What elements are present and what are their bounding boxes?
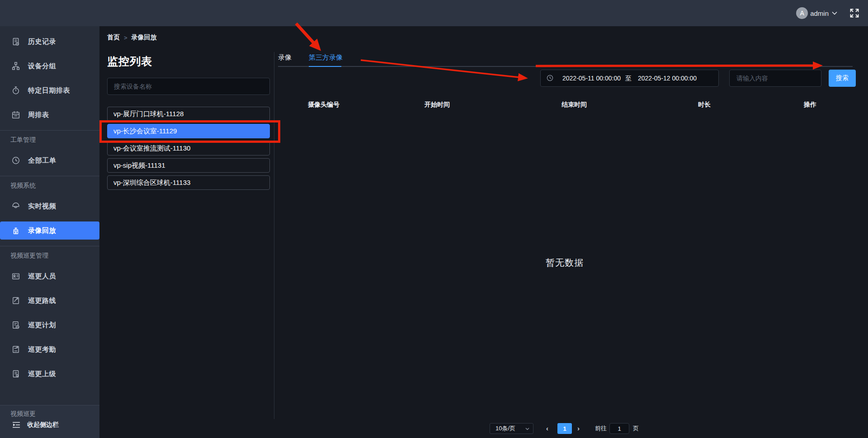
week-schedule-icon: [11, 111, 20, 119]
device-item[interactable]: vp-深圳综合区球机-11133: [107, 175, 270, 190]
tab-track: [278, 66, 853, 67]
fullscreen-icon[interactable]: [849, 8, 860, 19]
device-item[interactable]: vp-展厅门口球机-11128: [107, 107, 270, 121]
column-end-time: 结束时间: [561, 101, 587, 109]
patrol-plan-icon: [11, 321, 20, 330]
sidebar-item-device-group[interactable]: 设备分组: [0, 57, 99, 75]
page-unit-label: 页: [633, 424, 639, 433]
live-video-icon: [11, 202, 20, 211]
device-group-icon: [11, 62, 20, 71]
sidebar-divider: [0, 176, 99, 176]
sidebar-item-label: 设备分组: [28, 62, 56, 71]
device-item-selected[interactable]: vp-长沙会议室-11129: [107, 124, 270, 138]
username: admin: [810, 9, 829, 17]
chevron-down-icon: [525, 428, 529, 430]
avatar: A: [796, 7, 808, 19]
main-content: 首页 > 录像回放 监控列表 vp-展厅门口球机-11128 vp-长沙会议室-…: [99, 26, 868, 438]
sidebar-item-patrol-route[interactable]: 巡更路线: [0, 292, 99, 310]
panel-divider: [274, 52, 274, 419]
sidebar: 历史记录 设备分组 特定日期排表 周排表 工单管理: [0, 26, 99, 438]
sidebar-item-label: 巡更路线: [28, 297, 56, 305]
sidebar-item-patrol-person[interactable]: 巡更人员: [0, 267, 99, 285]
chevron-down-icon: [832, 11, 837, 15]
sidebar-item-label: 实时视频: [28, 202, 56, 211]
sidebar-section-video-patrol-mgmt: 视频巡更管理: [0, 251, 99, 260]
goto-page-input[interactable]: [609, 423, 629, 434]
sidebar-item-label: 巡更计划: [28, 321, 56, 330]
sidebar-item-label: 巡更人员: [28, 272, 56, 281]
goto-label: 前往: [595, 424, 607, 433]
sidebar-divider: [0, 130, 99, 131]
device-item[interactable]: vp-sip视频-11131: [107, 158, 270, 173]
sidebar-item-patrol-attendance[interactable]: 巡更考勤: [0, 340, 99, 358]
clock-icon: [547, 75, 553, 81]
date-start-value: 2022-05-11 00:00:00: [562, 70, 621, 86]
page-size-select[interactable]: 10条/页: [490, 423, 533, 434]
sidebar-item-live-video[interactable]: 实时视频: [0, 197, 99, 215]
user-menu[interactable]: A admin: [796, 0, 837, 26]
breadcrumb: 首页 > 录像回放: [107, 33, 157, 42]
patrol-attendance-icon: [11, 345, 20, 354]
page-number-current[interactable]: 1: [557, 423, 572, 434]
collapse-sidebar-button[interactable]: 收起侧边栏: [0, 418, 99, 432]
sidebar-item-patrol-plan[interactable]: 巡更计划: [0, 316, 99, 334]
column-camera-id: 摄像头编号: [308, 101, 340, 109]
date-schedule-icon: [11, 86, 20, 95]
collapse-sidebar-icon: [12, 421, 21, 429]
sidebar-divider: [0, 246, 99, 246]
all-orders-icon: [11, 156, 20, 165]
page-size-value: 10条/页: [495, 424, 515, 433]
sidebar-item-label: 录像回放: [28, 226, 56, 235]
sidebar-item-date-schedule[interactable]: 特定日期排表: [0, 81, 99, 99]
sidebar-section-work-order: 工单管理: [0, 135, 99, 144]
sidebar-item-all-orders[interactable]: 全部工单: [0, 151, 99, 170]
monitor-list-title: 监控列表: [107, 54, 152, 69]
history-icon: [11, 38, 20, 46]
tab-active-underline: [309, 66, 341, 67]
sidebar-footer: 视频巡更 收起侧边栏: [0, 405, 99, 438]
tab-record[interactable]: 录像: [278, 53, 292, 62]
tab-third-party-record[interactable]: 第三方录像: [309, 53, 343, 62]
column-start-time: 开始时间: [425, 101, 450, 109]
patrol-route-icon: [11, 297, 20, 305]
date-range-picker[interactable]: 2022-05-11 00:00:00 至 2022-05-12 00:00:0…: [540, 70, 719, 87]
topbar: A admin: [0, 0, 868, 26]
sidebar-item-label: 历史记录: [28, 38, 56, 46]
sidebar-item-history[interactable]: 历史记录: [0, 33, 99, 51]
breadcrumb-home[interactable]: 首页: [107, 33, 120, 42]
sidebar-item-label: 巡更上级: [28, 370, 56, 378]
device-item[interactable]: vp-会议室推流测试-11130: [107, 141, 270, 155]
collapse-sidebar-label: 收起侧边栏: [27, 421, 59, 429]
date-end-value: 2022-05-12 00:00:00: [638, 70, 697, 86]
sidebar-item-label: 特定日期排表: [28, 86, 70, 95]
device-search-input[interactable]: [107, 78, 270, 95]
prev-page-button[interactable]: ‹: [546, 423, 548, 434]
column-duration: 时长: [698, 101, 711, 109]
next-page-button[interactable]: ›: [577, 423, 580, 434]
device-list: vp-展厅门口球机-11128 vp-长沙会议室-11129 vp-会议室推流测…: [107, 107, 270, 193]
sidebar-item-label: 全部工单: [28, 156, 56, 165]
column-actions: 操作: [804, 101, 816, 109]
sidebar-item-video-playback[interactable]: 录像回放: [0, 221, 99, 240]
video-playback-icon: [11, 226, 20, 235]
sidebar-section-video-system: 视频系统: [0, 181, 99, 190]
patrol-superior-icon: [11, 370, 20, 378]
breadcrumb-current: 录像回放: [132, 33, 157, 42]
breadcrumb-separator: >: [124, 34, 127, 41]
keyword-input[interactable]: [729, 70, 821, 87]
pagination: 10条/页 ‹ 1 › 前往 页: [490, 423, 639, 434]
record-tabs: 录像 第三方录像: [278, 53, 343, 62]
sidebar-section-video-patrol: 视频巡更: [0, 409, 99, 418]
date-separator: 至: [625, 70, 632, 86]
search-button[interactable]: 搜索: [829, 70, 856, 87]
sidebar-item-label: 巡更考勤: [28, 345, 56, 354]
empty-data-text: 暂无数据: [546, 257, 584, 269]
sidebar-item-week-schedule[interactable]: 周排表: [0, 106, 99, 124]
sidebar-item-patrol-superior[interactable]: 巡更上级: [0, 365, 99, 383]
sidebar-item-label: 周排表: [28, 111, 49, 119]
patrol-person-icon: [11, 272, 20, 281]
